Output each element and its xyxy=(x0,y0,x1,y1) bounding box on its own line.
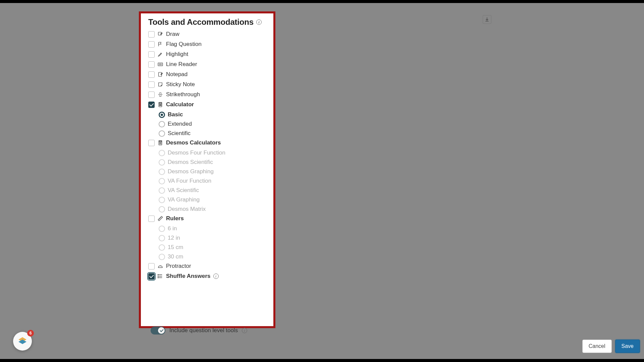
info-icon-include[interactable]: i xyxy=(242,328,247,333)
radio-extended-label: Extended xyxy=(168,121,192,127)
tool-protractor[interactable]: Protractor xyxy=(148,263,266,269)
tool-strike[interactable]: Strikethrough xyxy=(148,91,266,98)
tool-highlight[interactable]: Highlight xyxy=(148,51,266,58)
radio-ruler-1: 12 in xyxy=(159,235,266,241)
checkbox-highlight[interactable] xyxy=(148,51,155,58)
tool-protractor-label: Protractor xyxy=(166,263,191,269)
save-button[interactable]: Save xyxy=(615,340,640,353)
calculator-options: Basic Extended Scientific xyxy=(148,111,266,137)
page-overlay: Tools and Accommodations i Draw Flag Que… xyxy=(0,3,644,359)
tool-rulers-label: Rulers xyxy=(166,215,184,222)
shuffle-icon xyxy=(157,273,163,279)
ruler-icon xyxy=(157,216,163,222)
checkbox-notepad[interactable] xyxy=(148,71,155,78)
tool-draw-label: Draw xyxy=(166,31,179,38)
tool-desmos-label: Desmos Calculators xyxy=(166,139,221,146)
draw-icon xyxy=(157,31,163,37)
radio-ruler-0: 6 in xyxy=(159,225,266,232)
tool-notepad-label: Notepad xyxy=(166,71,187,78)
download-button[interactable] xyxy=(483,15,491,24)
tool-shuffle-label: Shuffle Answers xyxy=(166,273,211,280)
footer-buttons: Cancel Save xyxy=(582,340,640,353)
include-tools-label: Include question level tools xyxy=(169,327,238,334)
include-tools-toggle[interactable] xyxy=(151,326,165,335)
info-icon-shuffle[interactable]: i xyxy=(213,274,219,279)
checkbox-flag[interactable] xyxy=(148,41,155,48)
radio-desmos-2: Desmos Graphing xyxy=(159,168,266,175)
check-icon xyxy=(159,328,163,333)
radio-basic-label: Basic xyxy=(168,111,183,118)
tool-rulers[interactable]: Rulers xyxy=(148,215,266,222)
tool-flag-label: Flag Question xyxy=(166,41,202,48)
desmos-options: Desmos Four Function Desmos Scientific D… xyxy=(148,149,266,213)
floating-help-button[interactable]: 6 xyxy=(13,332,32,351)
tool-desmos[interactable]: Desmos Calculators xyxy=(148,139,266,146)
tool-highlight-label: Highlight xyxy=(166,51,188,58)
radio-calc-extended[interactable]: Extended xyxy=(159,121,266,127)
tool-strike-label: Strikethrough xyxy=(166,91,200,98)
svg-point-8 xyxy=(159,104,160,105)
svg-rect-1 xyxy=(158,63,163,66)
stack-icon xyxy=(17,336,28,347)
tool-sticky[interactable]: Sticky Note xyxy=(148,81,266,88)
tool-notepad[interactable]: Notepad xyxy=(148,71,266,78)
svg-point-11 xyxy=(159,105,160,106)
flag-icon xyxy=(157,41,163,47)
svg-rect-15 xyxy=(159,141,161,142)
checkbox-strike[interactable] xyxy=(148,92,155,98)
strike-icon xyxy=(157,92,163,98)
radio-ruler-2: 15 cm xyxy=(159,244,266,251)
tool-shuffle[interactable]: Shuffle Answers i xyxy=(148,273,266,280)
radio-desmos-5: VA Graphing xyxy=(159,196,266,203)
rulers-options: 6 in 12 in 15 cm 30 cm xyxy=(148,225,266,260)
svg-point-26 xyxy=(158,278,159,278)
svg-point-9 xyxy=(160,104,160,105)
highlight-icon xyxy=(157,51,163,57)
radio-desmos-6: Desmos Matrix xyxy=(159,206,266,213)
tool-linereader-label: Line Reader xyxy=(166,61,197,68)
radio-desmos-0: Desmos Four Function xyxy=(159,149,266,156)
notepad-icon xyxy=(157,71,163,77)
sticky-icon xyxy=(157,81,163,87)
calculator-icon xyxy=(157,102,163,108)
radio-desmos-3: VA Four Function xyxy=(159,178,266,184)
notification-badge: 6 xyxy=(27,330,34,337)
radio-desmos-4: VA Scientific xyxy=(159,187,266,194)
checkbox-shuffle[interactable] xyxy=(148,273,155,280)
cancel-button[interactable]: Cancel xyxy=(582,340,612,353)
checkbox-linereader[interactable] xyxy=(148,61,155,68)
svg-point-24 xyxy=(158,275,159,275)
checkbox-draw[interactable] xyxy=(148,31,155,38)
radio-calc-scientific[interactable]: Scientific xyxy=(159,130,266,137)
checkbox-desmos[interactable] xyxy=(148,140,155,146)
svg-point-25 xyxy=(158,276,159,277)
desmos-icon xyxy=(157,140,163,146)
svg-point-12 xyxy=(160,105,160,106)
tool-calculator-label: Calculator xyxy=(166,101,194,108)
checkbox-rulers[interactable] xyxy=(148,216,155,222)
svg-point-10 xyxy=(161,104,161,105)
info-icon[interactable]: i xyxy=(256,19,262,25)
tool-flag[interactable]: Flag Question xyxy=(148,41,266,48)
protractor-icon xyxy=(157,263,163,269)
radio-ruler-3: 30 cm xyxy=(159,253,266,260)
radio-desmos-1: Desmos Scientific xyxy=(159,159,266,166)
include-tools-row: Include question level tools i xyxy=(151,326,247,335)
radio-extended[interactable] xyxy=(159,121,165,127)
checkbox-sticky[interactable] xyxy=(148,81,155,88)
radio-scientific-label: Scientific xyxy=(168,130,191,137)
tool-sticky-label: Sticky Note xyxy=(166,81,195,88)
svg-marker-28 xyxy=(18,340,26,344)
radio-scientific[interactable] xyxy=(159,130,165,137)
panel-title-text: Tools and Accommodations xyxy=(148,17,254,27)
panel-title: Tools and Accommodations i xyxy=(148,17,266,27)
tools-accommodations-panel: Tools and Accommodations i Draw Flag Que… xyxy=(139,11,275,328)
tool-calculator[interactable]: Calculator xyxy=(148,101,266,108)
checkbox-calculator[interactable] xyxy=(148,102,155,108)
tool-linereader[interactable]: Line Reader xyxy=(148,61,266,68)
svg-rect-7 xyxy=(159,103,161,104)
radio-calc-basic[interactable]: Basic xyxy=(159,111,266,118)
checkbox-protractor[interactable] xyxy=(148,263,155,269)
tool-draw[interactable]: Draw xyxy=(148,31,266,38)
radio-basic[interactable] xyxy=(159,112,165,118)
